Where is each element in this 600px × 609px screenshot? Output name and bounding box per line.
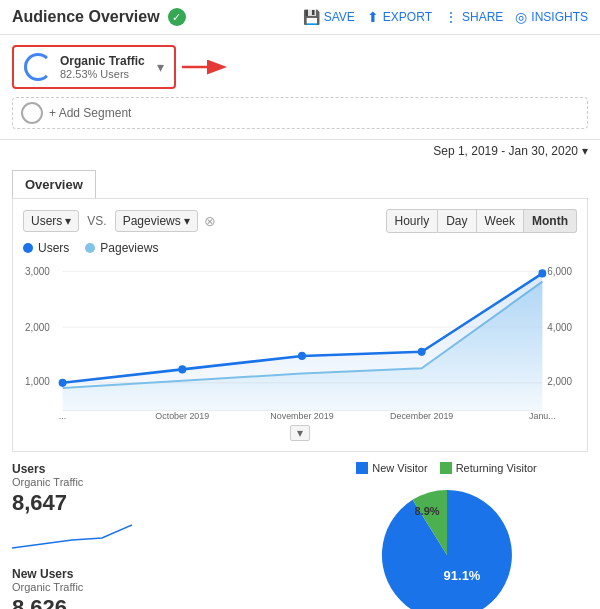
users-dot-dec (418, 348, 426, 356)
controls-row: Users ▾ VS. Pageviews ▾ ⊗ Hourly Day Wee… (23, 209, 577, 233)
overview-tab[interactable]: Overview (12, 170, 96, 198)
add-segment-circle-icon (21, 102, 43, 124)
export-icon: ⬆ (367, 9, 379, 25)
users-metric-value: 8,647 (12, 490, 295, 516)
segment-dropdown-icon[interactable]: ▾ (157, 59, 164, 75)
add-segment-button[interactable]: + Add Segment (12, 97, 588, 129)
header-actions: 💾 SAVE ⬆ EXPORT ⋮ SHARE ◎ INSIGHTS (303, 9, 588, 25)
line-chart: 3,000 2,000 1,000 6,000 4,000 2,000 (23, 261, 577, 421)
users-metric-block: Users Organic Traffic 8,647 (12, 462, 295, 553)
insights-icon: ◎ (515, 9, 527, 25)
pie-returning-visitor-pct: 8.9% (414, 505, 439, 517)
users-dot-oct (178, 365, 186, 373)
export-label: EXPORT (383, 10, 432, 24)
users-metric-label: Users (12, 462, 295, 476)
time-day-button[interactable]: Day (438, 209, 476, 233)
pie-column: New Visitor Returning Visitor (305, 462, 588, 609)
metric-users-dropdown[interactable]: Users ▾ (23, 210, 79, 232)
controls-left: Users ▾ VS. Pageviews ▾ ⊗ (23, 210, 216, 232)
users-area (63, 273, 543, 410)
save-label: SAVE (324, 10, 355, 24)
time-hourly-button[interactable]: Hourly (386, 209, 439, 233)
svg-text:1,000: 1,000 (25, 376, 50, 387)
date-range-text: Sep 1, 2019 - Jan 30, 2020 (433, 144, 578, 158)
time-week-button[interactable]: Week (477, 209, 524, 233)
segment-area: Organic Traffic 82.53% Users ▾ + Add Seg… (0, 35, 600, 140)
users-sparkline (12, 520, 132, 550)
bottom-section: Users Organic Traffic 8,647 New Users Or… (0, 452, 600, 609)
segment-info: Organic Traffic 82.53% Users (60, 54, 145, 80)
svg-text:4,000: 4,000 (547, 322, 572, 333)
svg-text:3,000: 3,000 (25, 266, 50, 277)
svg-text:2,000: 2,000 (547, 376, 572, 387)
save-icon: 💾 (303, 9, 320, 25)
legend-users: Users (23, 241, 69, 255)
date-range-selector[interactable]: Sep 1, 2019 - Jan 30, 2020 ▾ (433, 144, 588, 158)
date-range-bar: Sep 1, 2019 - Jan 30, 2020 ▾ (0, 140, 600, 162)
svg-text:November 2019: November 2019 (270, 411, 333, 421)
header-left: Audience Overview ✓ (12, 8, 186, 26)
returning-visitor-legend-label: Returning Visitor (456, 462, 537, 474)
segment-sub: 82.53% Users (60, 68, 145, 80)
svg-text:2,000: 2,000 (25, 322, 50, 333)
chart-svg: 3,000 2,000 1,000 6,000 4,000 2,000 (23, 261, 577, 421)
vs-label: VS. (87, 214, 106, 228)
legend-users-label: Users (38, 241, 69, 255)
chart-legend: Users Pageviews (23, 241, 577, 255)
segment-chip[interactable]: Organic Traffic 82.53% Users ▾ (12, 45, 176, 89)
metric-pageviews-dropdown-icon: ▾ (184, 214, 190, 228)
new-users-metric-value: 8,626 (12, 595, 295, 609)
share-button[interactable]: ⋮ SHARE (444, 9, 503, 25)
pie-new-visitor-pct: 91.1% (443, 568, 480, 583)
users-dot-sep (59, 379, 67, 387)
legend-users-dot (23, 243, 33, 253)
new-visitor-legend-label: New Visitor (372, 462, 427, 474)
page-title: Audience Overview (12, 8, 160, 26)
page-header: Audience Overview ✓ 💾 SAVE ⬆ EXPORT ⋮ SH… (0, 0, 600, 35)
pie-chart-svg: 91.1% 8.9% (372, 480, 522, 609)
legend-pageviews-dot (85, 243, 95, 253)
legend-pageviews-label: Pageviews (100, 241, 158, 255)
svg-text:6,000: 6,000 (547, 266, 572, 277)
legend-pageviews: Pageviews (85, 241, 158, 255)
users-dot-nov (298, 352, 306, 360)
metric-pageviews-dropdown[interactable]: Pageviews ▾ (115, 210, 198, 232)
metric-pageviews-label: Pageviews (123, 214, 181, 228)
insights-label: INSIGHTS (531, 10, 588, 24)
overview-section: Overview Users ▾ VS. Pageviews ▾ ⊗ Hourl… (0, 162, 600, 452)
overview-body: Users ▾ VS. Pageviews ▾ ⊗ Hourly Day Wee… (12, 198, 588, 452)
segment-circle-icon (24, 53, 52, 81)
export-button[interactable]: ⬆ EXPORT (367, 9, 432, 25)
new-users-metric-label: New Users (12, 567, 295, 581)
insights-button[interactable]: ◎ INSIGHTS (515, 9, 588, 25)
red-arrow (182, 57, 232, 77)
segment-row: Organic Traffic 82.53% Users ▾ (12, 45, 588, 89)
new-users-metric-sublabel: Organic Traffic (12, 581, 295, 593)
new-visitor-legend-square (356, 462, 368, 474)
chevron-down-icon: ▾ (290, 425, 310, 441)
svg-text:Janu...: Janu... (529, 411, 556, 421)
users-dot-jan (538, 269, 546, 277)
returning-visitor-legend-square (440, 462, 452, 474)
svg-text:October 2019: October 2019 (155, 411, 209, 421)
date-range-dropdown-icon: ▾ (582, 144, 588, 158)
time-buttons: Hourly Day Week Month (386, 209, 577, 233)
time-month-button[interactable]: Month (524, 209, 577, 233)
verified-icon: ✓ (168, 8, 186, 26)
pie-chart: 91.1% 8.9% (372, 480, 522, 609)
save-button[interactable]: 💾 SAVE (303, 9, 355, 25)
users-metric-sublabel: Organic Traffic (12, 476, 295, 488)
pie-legend-new-visitor: New Visitor (356, 462, 427, 474)
share-label: SHARE (462, 10, 503, 24)
segment-name: Organic Traffic (60, 54, 145, 68)
share-icon: ⋮ (444, 9, 458, 25)
pie-legend: New Visitor Returning Visitor (356, 462, 537, 474)
metric-users-dropdown-icon: ▾ (65, 214, 71, 228)
svg-text:...: ... (59, 411, 66, 421)
new-users-metric-block: New Users Organic Traffic 8,626 (12, 567, 295, 609)
chart-scroll-button[interactable]: ▾ (23, 425, 577, 441)
metric-users-label: Users (31, 214, 62, 228)
remove-comparison-icon[interactable]: ⊗ (204, 213, 216, 229)
pie-legend-returning-visitor: Returning Visitor (440, 462, 537, 474)
add-segment-label: + Add Segment (49, 106, 131, 120)
